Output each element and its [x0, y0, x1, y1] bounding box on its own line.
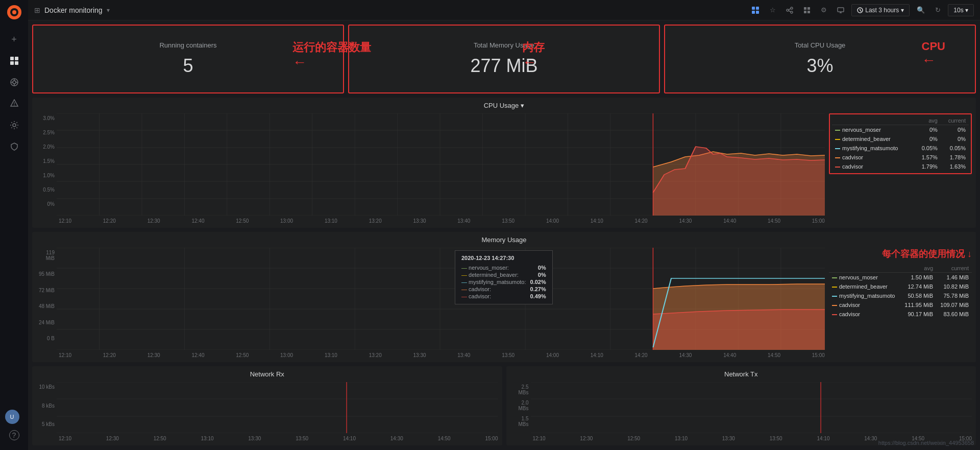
cpu-chart-svg [57, 113, 825, 216]
refresh-icon-button[interactable]: ↻ [932, 4, 944, 16]
network-rx-panel: Network Rx 10 kBs 8 kBs 5 kBs [32, 366, 502, 445]
cpu-chart-graph-row: 3.0% 2.5% 2.0% 1.5% 1.0% 0.5% 0% [36, 113, 825, 217]
search-button[interactable]: 🔍 [914, 4, 928, 16]
stat-cards-row: Running containers 5 Total Memory Usage … [32, 25, 976, 93]
sidebar-shield-icon[interactable] [5, 137, 23, 156]
tooltip-content: 2020-12-23 14:27:30 — nervous_moser: 0% … [455, 250, 553, 304]
legend-row[interactable]: mystifying_matsumoto 0.05% 0.05% [832, 144, 969, 153]
svg-point-23 [787, 9, 789, 11]
refresh-interval-button[interactable]: 10s ▾ [948, 4, 974, 16]
bottom-charts-row: Network Rx 10 kBs 8 kBs 5 kBs [32, 366, 976, 445]
network-tx-panel: Network Tx 2.5 MBs 2.0 MBs 1.5 MBs [506, 366, 976, 445]
memory-legend-row[interactable]: nervous_moser 1.50 MiB 1.46 MiB [829, 273, 972, 282]
star-button[interactable]: ☆ [767, 4, 779, 16]
svg-point-22 [791, 7, 793, 9]
topbar-right: ☆ ⚙ [748, 4, 974, 16]
share-button[interactable] [783, 5, 796, 16]
cpu-chart-with-axes: 3.0% 2.5% 2.0% 1.5% 1.0% 0.5% 0% [36, 113, 825, 224]
stat-cards-section: Running containers 5 Total Memory Usage … [32, 25, 976, 93]
cpu-chart-legend: avg current nervous_moser 0% 0% [829, 113, 972, 224]
svg-line-36 [860, 10, 862, 12]
sidebar-alerting-icon[interactable] [5, 94, 23, 113]
running-containers-card: Running containers 5 [32, 25, 344, 93]
svg-rect-27 [804, 7, 806, 10]
memory-legend-table: avg current nervous_moser 1.50 MiB 1.46 … [829, 264, 972, 319]
legend-row[interactable]: cadvisor 1.79% 1.63% [832, 162, 969, 171]
monitor-button[interactable] [834, 5, 847, 16]
memory-chart-area: 119 MiB 95 MiB 72 MiB 48 MiB 24 MiB 0 B [36, 248, 972, 358]
dashboard-body: Running containers 5 Total Memory Usage … [28, 20, 980, 450]
sidebar-bottom: U ? [5, 408, 23, 446]
tooltip-row-0: — nervous_moser: 0% [461, 264, 546, 271]
cpu-chart-panel: CPU Usage ▾ 3.0% 2.5% 2.0% 1.5% 1.0% 0.5… [32, 98, 976, 228]
memory-chart-legend: 每个容器的使用情况 ↓ avg current nervo [829, 248, 972, 358]
svg-rect-30 [807, 11, 810, 13]
cpu-legend-table: avg current nervous_moser 0% 0% [832, 116, 969, 171]
dashboard-title: Docker monitoring [44, 6, 103, 14]
total-cpu-title: Total CPU Usage [795, 41, 846, 49]
total-memory-title: Total Memory Usage [474, 41, 534, 49]
topbar-left: ⊞ Docker monitoring ▾ [34, 6, 110, 14]
memory-legend-row[interactable]: cadvisor 111.95 MiB 109.07 MiB [829, 300, 972, 310]
tooltip-row-4: — cadvisor: 0.49% [461, 293, 546, 300]
svg-rect-13 [14, 102, 14, 105]
add-panel-button[interactable] [748, 4, 763, 16]
svg-point-15 [13, 124, 16, 127]
memory-tooltip: 2020-12-23 14:27:30 — nervous_moser: 0% … [455, 250, 553, 304]
svg-point-8 [13, 81, 16, 84]
tooltip-row-2: — mystifying_matsumoto: 0.02% [461, 278, 546, 286]
svg-rect-6 [15, 61, 18, 65]
time-range-button[interactable]: Last 3 hours ▾ [851, 4, 910, 16]
settings-button[interactable]: ⚙ [818, 4, 830, 16]
tooltip-row-1: — determined_beaver: 0% [461, 271, 546, 278]
memory-legend-row[interactable]: cadvisor 90.17 MiB 83.60 MiB [829, 310, 972, 319]
total-cpu-card: Total CPU Usage 3% [664, 25, 976, 93]
memory-chart-title: Memory Usage [36, 236, 972, 244]
network-tx-title: Network Tx [510, 370, 972, 378]
running-containers-value: 5 [183, 55, 193, 77]
sidebar-help-icon[interactable]: ? [5, 426, 23, 444]
cpu-chart-area: 3.0% 2.5% 2.0% 1.5% 1.0% 0.5% 0% [36, 113, 972, 224]
memory-chart-main: 119 MiB 95 MiB 72 MiB 48 MiB 24 MiB 0 B [36, 248, 825, 358]
cpu-chart-graph [57, 113, 825, 217]
memory-chart-svg [57, 248, 825, 350]
memory-chart-graph-row: 119 MiB 95 MiB 72 MiB 48 MiB 24 MiB 0 B [36, 248, 825, 351]
total-memory-card: Total Memory Usage 277 MiB [348, 25, 660, 93]
svg-line-26 [789, 11, 791, 12]
legend-row[interactable]: nervous_moser 0% 0% [832, 125, 969, 135]
svg-rect-16 [752, 7, 755, 10]
svg-rect-14 [14, 105, 14, 106]
memory-legend-row[interactable]: mystifying_matsumoto 50.58 MiB 75.78 MiB [829, 291, 972, 300]
svg-point-24 [791, 11, 793, 13]
topbar: ⊞ Docker monitoring ▾ ☆ [28, 0, 980, 20]
memory-x-axis: 12:10 12:20 12:30 12:40 12:50 13:00 13:1… [36, 351, 825, 358]
svg-rect-31 [838, 8, 844, 12]
time-range-chevron: ▾ [901, 7, 904, 14]
grafana-logo[interactable] [6, 4, 22, 20]
sidebar-explore-icon[interactable] [5, 73, 23, 91]
grid-view-button[interactable] [800, 5, 814, 16]
memory-legend-row[interactable]: determined_beaver 12.74 MiB 10.82 MiB [829, 282, 972, 291]
sidebar: + [0, 0, 28, 450]
network-tx-graph [531, 382, 972, 435]
svg-rect-17 [756, 7, 759, 10]
tooltip-row-3: — cadvisor: 0.27% [461, 286, 546, 293]
tooltip-time: 2020-12-23 14:27:30 [461, 255, 546, 261]
svg-rect-4 [15, 57, 18, 60]
sidebar-dashboards-icon[interactable] [5, 52, 23, 70]
network-rx-y-axis: 10 kBs 8 kBs 5 kBs [36, 382, 57, 435]
cpu-legend-highlight: avg current nervous_moser 0% 0% [829, 113, 972, 174]
user-avatar[interactable]: U [5, 410, 19, 424]
sidebar-config-icon[interactable] [5, 116, 23, 134]
dashboard-chevron-icon[interactable]: ▾ [107, 7, 110, 14]
svg-rect-3 [10, 57, 14, 60]
cpu-chart-chevron[interactable]: ▾ [521, 102, 524, 109]
legend-row[interactable]: cadvisor 1.57% 1.78% [832, 153, 969, 162]
sidebar-add-button[interactable]: + [5, 30, 23, 49]
refresh-interval-label: 10s [953, 7, 963, 14]
network-tx-svg [531, 382, 972, 433]
svg-rect-5 [10, 61, 14, 65]
legend-row[interactable]: determined_beaver 0% 0% [832, 134, 969, 144]
running-containers-title: Running containers [159, 41, 216, 49]
total-memory-value: 277 MiB [470, 55, 537, 77]
